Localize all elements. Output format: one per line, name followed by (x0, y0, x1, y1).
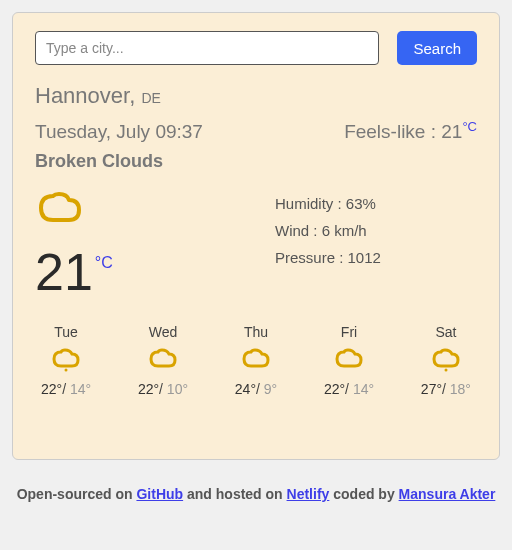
pressure: Pressure : 1012 (275, 244, 381, 271)
country-code: DE (141, 90, 160, 106)
humidity-label: Humidity : (275, 195, 346, 212)
wind-value: 6 km/h (322, 222, 367, 239)
humidity: Humidity : 63% (275, 190, 381, 217)
cloud-rain-icon (421, 344, 471, 379)
svg-point-1 (444, 369, 447, 372)
temp-unit: °C (95, 254, 113, 271)
footer: Open-sourced on GitHub and hosted on Net… (12, 482, 500, 507)
netlify-link[interactable]: Netlify (287, 486, 330, 502)
day-temps: 22°/ 10° (138, 381, 188, 397)
feels-like-unit: °C (462, 119, 477, 134)
day-temps: 22°/ 14° (41, 381, 91, 397)
forecast-day: Thu 24°/ 9° (235, 324, 277, 397)
date-time: Tuesday, July 09:37 (35, 121, 203, 143)
pressure-label: Pressure : (275, 249, 348, 266)
forecast-day: Fri 22°/ 14° (324, 324, 374, 397)
hi-temp: 24° (235, 381, 256, 397)
forecast-day: Sat 27°/ 18° (421, 324, 471, 397)
temp-value: 21 (35, 243, 93, 301)
day-temps: 27°/ 18° (421, 381, 471, 397)
day-label: Thu (235, 324, 277, 340)
weather-description: Broken Clouds (35, 151, 477, 172)
humidity-value: 63% (346, 195, 376, 212)
feels-like-value: 21 (441, 121, 462, 142)
hi-temp: 22° (138, 381, 159, 397)
hi-temp: 22° (324, 381, 345, 397)
lo-temp: 18° (450, 381, 471, 397)
feels-like: Feels-like : 21°C (344, 119, 477, 143)
stats: Humidity : 63% Wind : 6 km/h Pressure : … (275, 186, 381, 302)
hi-temp: 27° (421, 381, 442, 397)
footer-text: and hosted on (183, 486, 286, 502)
cloud-icon (35, 186, 235, 236)
forecast-day: Wed 22°/ 10° (138, 324, 188, 397)
wind-label: Wind : (275, 222, 322, 239)
author-link[interactable]: Mansura Akter (399, 486, 496, 502)
cloud-rain-icon (41, 344, 91, 379)
location: Hannover, DE (35, 83, 477, 109)
day-label: Wed (138, 324, 188, 340)
forecast-row: Tue 22°/ 14° Wed 22°/ 10° Thu 24°/ 9° Fr… (35, 324, 477, 397)
day-label: Fri (324, 324, 374, 340)
day-temps: 24°/ 9° (235, 381, 277, 397)
feels-like-label: Feels-like : (344, 121, 441, 142)
day-label: Tue (41, 324, 91, 340)
footer-text: coded by (329, 486, 398, 502)
cloud-icon (324, 344, 374, 379)
search-row: Search (35, 31, 477, 65)
current-temp: 21°C (35, 242, 235, 302)
search-button[interactable]: Search (397, 31, 477, 65)
lo-temp: 9° (264, 381, 277, 397)
forecast-day: Tue 22°/ 14° (41, 324, 91, 397)
github-link[interactable]: GitHub (136, 486, 183, 502)
lo-temp: 10° (167, 381, 188, 397)
cloud-icon (138, 344, 188, 379)
footer-text: Open-sourced on (17, 486, 137, 502)
search-input[interactable] (35, 31, 379, 65)
lo-temp: 14° (70, 381, 91, 397)
svg-point-0 (65, 369, 68, 372)
day-temps: 22°/ 14° (324, 381, 374, 397)
cloud-icon (235, 344, 277, 379)
wind: Wind : 6 km/h (275, 217, 381, 244)
lo-temp: 14° (353, 381, 374, 397)
hi-temp: 22° (41, 381, 62, 397)
city-name: Hannover (35, 83, 129, 108)
day-label: Sat (421, 324, 471, 340)
pressure-value: 1012 (348, 249, 381, 266)
weather-card: Search Hannover, DE Tuesday, July 09:37 … (12, 12, 500, 460)
